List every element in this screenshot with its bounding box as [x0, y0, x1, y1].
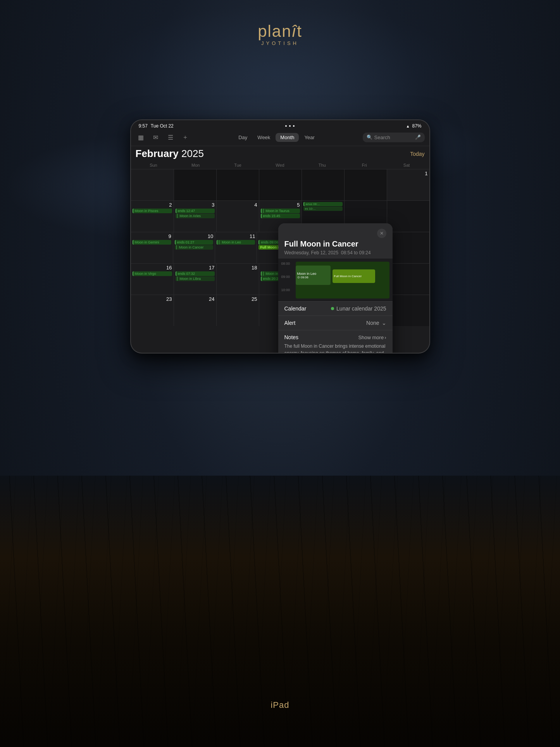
- day-cell-feb-2[interactable]: 2 Moon in Pisces: [131, 201, 174, 232]
- event-moon-leo[interactable]: ▏Moon in Leo: [217, 240, 255, 245]
- popup-time-range: 08:54 to 09:24: [341, 250, 371, 255]
- popup-datetime: Wednesday, Feb 12, 2025 08:54 to 09:24: [284, 250, 386, 255]
- day-cell-feb-9[interactable]: 9 Moon in Gemini: [131, 232, 173, 263]
- event-ends-0732[interactable]: ends 07:32: [176, 271, 215, 276]
- timeline-event-moon-leo[interactable]: Moon in Leo ⊙ 09:06: [296, 266, 331, 285]
- popup-timeline: 08:00 09:00 10:00 Moon in Leo ⊙ 09:06: [278, 259, 393, 301]
- day-number: 4: [218, 202, 257, 208]
- event-detail-popup[interactable]: ✕ Full Moon in Cancer Wednesday, Feb 12,…: [278, 223, 393, 353]
- day-cell-feb-23[interactable]: 23: [131, 295, 174, 326]
- timeline-time-0800: 08:00: [281, 262, 290, 266]
- day-number: 17: [176, 265, 215, 271]
- day-cell-feb-25[interactable]: 25: [216, 295, 259, 326]
- search-bar[interactable]: 🔍 Search 🎤: [363, 133, 425, 142]
- view-day-button[interactable]: Day: [234, 133, 252, 142]
- day-cell-w3-sat[interactable]: [387, 232, 429, 263]
- ipad-label: iPad: [271, 700, 289, 710]
- day-cell-feb-4[interactable]: 4: [216, 201, 259, 232]
- day-cell-empty-1[interactable]: [131, 169, 174, 200]
- search-icon: 🔍: [367, 135, 372, 140]
- day-cell-feb-18[interactable]: 18: [216, 264, 259, 295]
- popup-alert-value: None ⌄: [366, 320, 386, 326]
- event-ends-0127[interactable]: ends 01:27: [175, 240, 213, 245]
- timeline-event-full-moon[interactable]: Full Moon in Cancer: [333, 269, 375, 283]
- logo-wordmark: planît: [258, 23, 302, 40]
- day-cell-feb-16[interactable]: 16 Moon in Virgo: [131, 264, 174, 295]
- day-cell-empty-2[interactable]: [174, 169, 216, 200]
- day-cell-feb-1[interactable]: 1: [387, 169, 429, 200]
- day-cell-w5-sat[interactable]: [387, 295, 429, 326]
- popup-close-button[interactable]: ✕: [377, 229, 386, 238]
- view-month-button[interactable]: Month: [276, 133, 299, 142]
- add-icon[interactable]: ＋: [180, 132, 191, 143]
- popup-notes-label: Notes: [284, 334, 299, 340]
- day-header-wed: Wed: [259, 161, 301, 169]
- popup-alert-label: Alert: [284, 320, 296, 326]
- day-cell-feb-3[interactable]: 3 ends 12:47 ▏Moon in Aries: [174, 201, 216, 232]
- status-center: [285, 125, 295, 127]
- event-overflow-2: es 10:...: [303, 207, 343, 211]
- timeline-time-1000: 10:00: [281, 288, 290, 292]
- day-cell-feb-11[interactable]: 11 ▏Moon in Leo: [215, 232, 257, 263]
- day-header-fri: Fri: [343, 161, 386, 169]
- calendar-icon[interactable]: ▦: [136, 132, 146, 143]
- day-header-thu: Thu: [301, 161, 343, 169]
- day-cell-empty-5[interactable]: [302, 169, 344, 200]
- event-ends-1247[interactable]: ends 12:47: [176, 209, 215, 213]
- year-number: 2025: [181, 148, 204, 159]
- day-cell-w2-sat[interactable]: [387, 201, 429, 232]
- day-cell-feb-10[interactable]: 10 ends 01:27 ▏Moon in Cancer: [173, 232, 215, 263]
- day-cell-empty-6[interactable]: [344, 169, 387, 200]
- view-year-button[interactable]: Year: [300, 133, 319, 142]
- status-date: Tue Oct 22: [151, 123, 174, 129]
- day-cell-w4-sat[interactable]: [387, 264, 429, 295]
- inbox-icon[interactable]: ✉: [150, 132, 161, 143]
- day-number: 2: [133, 202, 172, 208]
- day-cell-feb-17[interactable]: 17 ends 07:32 ▏Moon in Libra: [174, 264, 216, 295]
- event-moon-aries[interactable]: ▏Moon in Aries: [176, 214, 215, 218]
- microphone-icon: 🎤: [415, 135, 421, 140]
- popup-header: ✕ Full Moon in Cancer Wednesday, Feb 12,…: [278, 223, 393, 259]
- timeline-time-0900: 09:00: [281, 275, 290, 279]
- popup-show-more[interactable]: Show more ›: [358, 335, 386, 340]
- status-time: 9:57: [139, 123, 148, 129]
- status-dot-2: [289, 125, 291, 127]
- list-icon[interactable]: ☰: [165, 132, 176, 143]
- logo-subtitle: JYOTISH: [258, 40, 302, 46]
- search-placeholder: Search: [374, 135, 413, 140]
- timeline-event-label-full: Full Moon in Cancer: [334, 274, 374, 278]
- popup-close-row: ✕: [284, 229, 386, 238]
- popup-alert-text: None: [366, 320, 379, 326]
- day-number: 23: [133, 296, 172, 302]
- timeline-event-time: ⊙ 09:06: [297, 276, 329, 279]
- popup-date-text: Wednesday, Feb 12, 2025: [284, 250, 339, 255]
- event-moon-taurus[interactable]: ▏Moon in Taurus: [261, 209, 300, 213]
- popup-title: Full Moon in Cancer: [284, 240, 386, 248]
- day-cell-empty-4[interactable]: [259, 169, 302, 200]
- day-number: 3: [176, 202, 215, 208]
- popup-notes-body: The full Moon in Cancer brings intense e…: [284, 343, 386, 353]
- toolbar-right: 🔍 Search 🎤: [363, 133, 425, 142]
- popup-calendar-name: Lunar calendar 2025: [336, 305, 386, 312]
- day-cell-feb-24[interactable]: 24: [174, 295, 216, 326]
- week-row-1: 1: [131, 169, 429, 200]
- toolbar: ▦ ✉ ☰ ＋ Day Week Month Year 🔍 Search 🎤: [131, 130, 429, 146]
- event-moon-gemini[interactable]: Moon in Gemini: [133, 240, 171, 245]
- today-button[interactable]: Today: [410, 151, 424, 157]
- ipad-frame: 9:57 Tue Oct 22 ▲ 87% ▦ ✉ ☰ ＋ Day Week M…: [131, 120, 429, 353]
- popup-notes-header: Notes Show more ›: [284, 334, 386, 340]
- event-ends-1545[interactable]: ends 15:45: [261, 214, 300, 218]
- event-moon-libra[interactable]: ▏Moon in Libra: [176, 276, 215, 281]
- chevron-down-icon: ⌄: [382, 320, 386, 326]
- toolbar-center: Day Week Month Year: [194, 133, 360, 142]
- calendar-header-row: February 2025 Today: [131, 146, 429, 160]
- day-number: 1: [389, 171, 428, 176]
- event-moon-cancer[interactable]: ▏Moon in Cancer: [175, 245, 213, 250]
- day-header-tue: Tue: [217, 161, 259, 169]
- view-week-button[interactable]: Week: [253, 133, 275, 142]
- day-cell-empty-3[interactable]: [216, 169, 259, 200]
- status-dot-3: [293, 125, 295, 127]
- event-moon-pisces[interactable]: Moon in Pisces: [133, 209, 172, 213]
- calendar-month-title: February 2025: [136, 148, 204, 160]
- event-moon-virgo[interactable]: Moon in Virgo: [133, 271, 172, 276]
